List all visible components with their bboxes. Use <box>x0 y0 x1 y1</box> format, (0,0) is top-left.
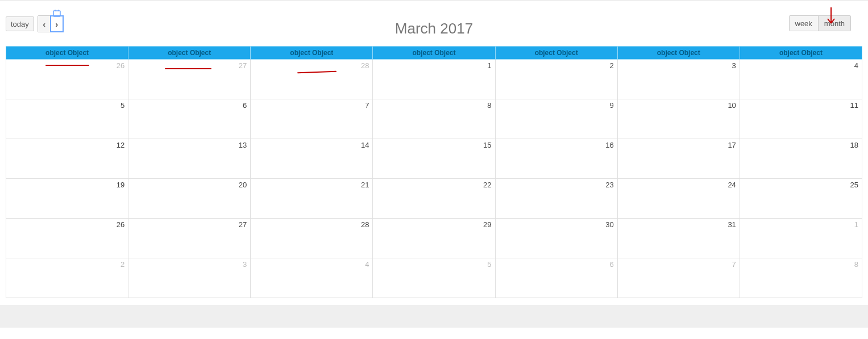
day-header-label: object Object <box>290 49 333 57</box>
day-cell[interactable]: 8 <box>373 99 495 139</box>
day-cell[interactable]: 1 <box>740 219 862 258</box>
day-cell[interactable]: 7 <box>251 99 373 139</box>
day-header-row: object Object object Object object Objec… <box>6 47 862 60</box>
calendar-row: 12131415161718 <box>6 139 862 179</box>
today-button[interactable]: today <box>6 16 34 31</box>
calendar-title: March 2017 <box>395 20 473 37</box>
day-cell[interactable]: 1 <box>373 60 495 99</box>
day-cell[interactable]: 14 <box>251 139 373 179</box>
calendar-row: 567891011 <box>6 99 862 139</box>
day-cell[interactable]: 9 <box>495 99 617 139</box>
day-header-label: object Object <box>535 49 578 57</box>
calendar-row: 2627281234 <box>6 60 862 99</box>
day-cell[interactable]: 25 <box>740 179 862 219</box>
month-view-button[interactable]: month <box>818 16 850 31</box>
day-cell[interactable]: 17 <box>617 139 740 179</box>
nav-button-group: ‹ › <box>38 15 64 32</box>
day-cell[interactable]: 15 <box>373 139 495 179</box>
calendar-row: 19202122232425 <box>6 179 862 219</box>
day-cell[interactable]: 7 <box>617 258 740 298</box>
day-cell[interactable]: 26 <box>6 219 128 258</box>
top-divider <box>0 0 868 1</box>
calendar-row: 2345678 <box>6 258 862 298</box>
calendar-grid: object Object object Object object Objec… <box>6 46 862 298</box>
day-header-label: object Object <box>45 49 89 57</box>
day-cell[interactable]: 8 <box>740 258 862 298</box>
day-header: object Object <box>740 47 862 60</box>
day-header: object Object <box>251 47 373 60</box>
day-header: object Object <box>495 47 617 60</box>
calendar-body: 2627281234567891011121314151617181920212… <box>6 60 862 298</box>
day-cell[interactable]: 19 <box>6 179 128 219</box>
day-cell[interactable]: 4 <box>740 60 862 99</box>
annotation-underline-icon <box>45 65 89 66</box>
day-header: object Object <box>373 47 495 60</box>
day-cell[interactable]: 29 <box>373 219 495 258</box>
day-cell[interactable]: 20 <box>128 179 251 219</box>
day-cell[interactable]: 18 <box>740 139 862 179</box>
view-switch-group: week month <box>789 15 852 31</box>
calendar-row: 2627282930311 <box>6 219 862 258</box>
day-cell[interactable]: 4 <box>251 258 373 298</box>
day-cell[interactable]: 24 <box>617 179 740 219</box>
day-header: object Object <box>128 47 251 60</box>
day-cell[interactable]: 28 <box>251 60 373 99</box>
prev-button[interactable]: ‹ <box>38 16 51 32</box>
day-cell[interactable]: 3 <box>128 258 251 298</box>
day-header: object Object <box>6 47 128 60</box>
day-header-label: object Object <box>779 49 823 57</box>
week-view-button[interactable]: week <box>790 16 818 31</box>
day-cell[interactable]: 10 <box>617 99 740 139</box>
day-cell[interactable]: 27 <box>128 219 251 258</box>
day-cell[interactable]: 13 <box>128 139 251 179</box>
day-cell[interactable]: 2 <box>6 258 128 298</box>
day-cell[interactable]: 12 <box>6 139 128 179</box>
day-cell[interactable]: 2 <box>495 60 617 99</box>
day-cell[interactable]: 31 <box>617 219 740 258</box>
day-cell[interactable]: 28 <box>251 219 373 258</box>
footer-bar <box>0 305 868 328</box>
annotation-underline-icon <box>165 68 211 69</box>
day-cell[interactable]: 11 <box>740 99 862 139</box>
day-header-label: object Object <box>412 49 455 57</box>
day-cell[interactable]: 23 <box>495 179 617 219</box>
day-cell[interactable]: 6 <box>495 258 617 298</box>
day-cell[interactable]: 6 <box>128 99 251 139</box>
next-button[interactable]: › <box>51 16 63 32</box>
day-cell[interactable]: 21 <box>251 179 373 219</box>
day-cell[interactable]: 5 <box>6 99 128 139</box>
day-cell[interactable]: 30 <box>495 219 617 258</box>
day-header-label: object Object <box>657 49 700 57</box>
left-button-group: today ‹ › <box>6 15 64 32</box>
day-cell[interactable]: 5 <box>373 258 495 298</box>
day-header-label: object Object <box>168 49 211 57</box>
day-header: object Object <box>617 47 740 60</box>
day-cell[interactable]: 3 <box>617 60 740 99</box>
day-cell[interactable]: 27 <box>128 60 251 99</box>
day-cell[interactable]: 22 <box>373 179 495 219</box>
day-cell[interactable]: 16 <box>495 139 617 179</box>
calendar-toolbar: today ‹ › March 2017 week month <box>0 6 868 46</box>
